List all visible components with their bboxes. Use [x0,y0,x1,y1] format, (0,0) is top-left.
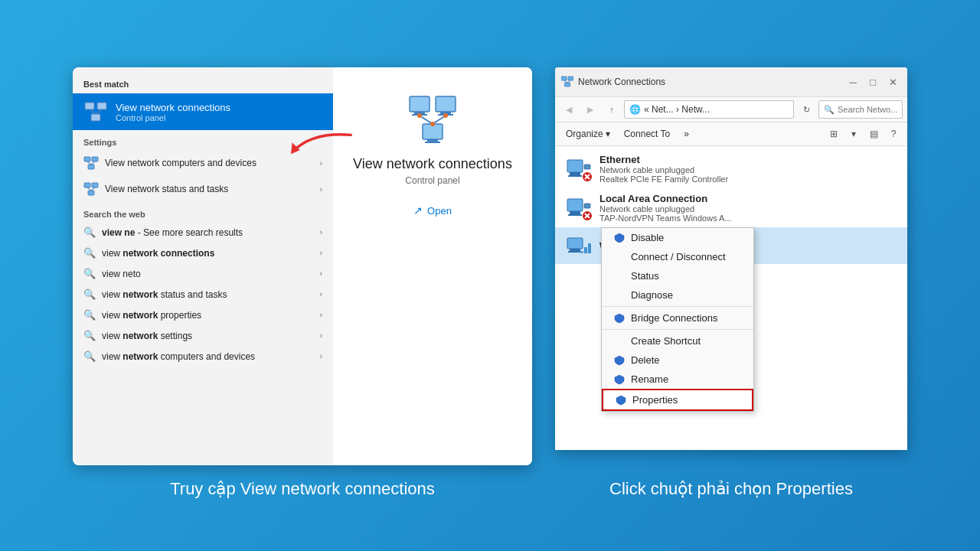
web-item-6[interactable]: 🔍 view network computers and devices › [73,346,333,367]
conn-item-ethernet[interactable]: Ethernet Network cable unplugged Realtek… [555,149,907,188]
svg-rect-37 [568,175,582,177]
help-button[interactable]: ? [884,125,903,143]
up-button[interactable]: ↑ [603,100,621,119]
svg-rect-24 [425,142,440,143]
connect-to-label: Connect To [624,129,671,139]
web-item-2[interactable]: 🔍 view neto › [73,263,333,284]
address-path[interactable]: 🌐 « Net... › Netw... [624,100,794,119]
ctx-status[interactable]: Status [602,266,753,285]
ctx-shortcut-label: Create Shortcut [631,335,701,347]
maximize-button[interactable]: □ [864,73,881,90]
conn-status-ethernet: Network cable unplugged [599,165,728,174]
svg-point-29 [430,122,435,126]
web-item-text-1: view network connections [102,248,214,259]
settings-item-status[interactable]: View network status and tasks › [73,176,333,202]
svg-line-26 [433,116,446,124]
back-button[interactable]: ◀ [560,100,578,119]
window-titlebar: Network Connections ─ □ ✕ [555,67,907,97]
computers-icon [83,155,99,171]
open-button[interactable]: ↗ Open [413,201,452,220]
ctx-properties-label: Properties [632,394,678,406]
best-match-subtitle: Control panel [116,113,230,122]
ctx-properties[interactable]: Properties [602,389,753,411]
search-box[interactable]: 🔍 [818,100,903,119]
web-item-text-5: view network settings [102,331,192,341]
svg-rect-0 [85,103,94,109]
web-item-4[interactable]: 🔍 view network properties › [73,305,333,325]
ctx-delete[interactable]: Delete [602,350,753,370]
ctx-bridge-label: Bridge Connections [631,312,717,324]
svg-rect-43 [570,211,580,214]
svg-line-9 [91,161,95,165]
ctx-diagnose[interactable]: Diagnose [602,285,753,305]
ctx-rename[interactable]: Rename [602,370,753,389]
svg-rect-51 [568,251,582,253]
minimize-button[interactable]: ─ [844,73,861,90]
refresh-button[interactable]: ↻ [797,100,815,119]
titlebar-controls: ─ □ ✕ [844,73,901,90]
svg-rect-5 [84,157,90,161]
best-match-text: View network connections Control panel [116,102,230,122]
more-button[interactable]: » [678,126,695,142]
conn-name-local: Local Area Connection [599,193,732,204]
search-input[interactable] [838,105,899,114]
labels-row: Truy cập View network connections Click … [0,465,980,499]
help-icon: ? [891,129,897,139]
svg-line-8 [87,161,91,165]
svg-rect-35 [567,160,583,172]
ctx-connect-disconnect[interactable]: Connect / Disconnect [602,247,753,266]
best-match-title: View network connections [116,102,230,113]
status-icon [83,181,99,197]
view-options-button[interactable]: ⊞ [825,125,843,143]
web-item-text-2: view neto [102,269,141,279]
best-match-item[interactable]: View network connections Control panel [73,93,333,130]
svg-rect-55 [580,251,583,253]
svg-line-4 [96,109,102,114]
local-area-icon [564,194,592,222]
shield-icon-properties [616,395,626,406]
conn-item-wifi[interactable]: Wi-Fi 2 Disable Connect / Disconnect [555,227,907,264]
ctx-diagnose-label: Diagnose [631,289,673,301]
svg-point-28 [443,113,448,118]
svg-marker-15 [291,142,300,154]
view-dropdown-button[interactable]: ▾ [844,125,863,143]
search-icon-6: 🔍 [83,350,96,362]
ctx-shortcut[interactable]: Create Shortcut [602,331,753,350]
close-button[interactable]: ✕ [884,73,901,90]
search-icon: 🔍 [824,105,835,115]
web-item-5[interactable]: 🔍 view network settings › [73,325,333,346]
conn-driver-ethernet: Realtek PCIe FE Family Controller [599,174,728,184]
conn-driver-local: TAP-NordVPN Teams Windows A... [599,214,732,223]
left-panel: Best match View network connections Cont… [73,67,532,465]
svg-line-14 [91,187,95,191]
network-connections-icon [83,99,108,124]
search-left: Best match View network connections Cont… [73,67,333,465]
ctx-connect-label: Connect / Disconnect [631,251,726,262]
address-text: « Net... › Netw... [644,104,710,115]
best-match-label: Best match [73,77,333,93]
forward-button[interactable]: ▶ [581,100,599,119]
ctx-status-label: Status [631,270,659,282]
conn-item-local[interactable]: Local Area Connection Network cable unpl… [555,188,907,227]
connect-to-button[interactable]: Connect To [618,126,677,142]
svg-rect-45 [584,204,590,208]
ctx-rename-label: Rename [631,373,668,385]
web-item-text-3: view network status and tasks [102,289,227,300]
svg-rect-16 [410,96,430,112]
organize-button[interactable]: Organize ▾ [560,126,616,142]
ctx-disable[interactable]: Disable [602,228,753,247]
preview-pane-button[interactable]: ▤ [864,125,883,143]
search-right: View network connections Control panel ↗… [333,67,532,465]
web-item-1[interactable]: 🔍 view network connections › [73,243,333,263]
web-item-arrow-6: › [320,352,322,360]
organize-label: Organize [566,129,603,139]
ctx-bridge[interactable]: Bridge Connections [602,308,753,328]
svg-rect-32 [565,83,570,86]
svg-rect-12 [88,191,94,195]
wifi-icon [564,232,592,259]
shield-icon-delete [614,355,625,366]
ethernet-icon [564,155,592,183]
chevron-right-icon-2: › [320,185,322,194]
web-item-0[interactable]: 🔍 view ne - See more search results › [73,222,333,243]
web-item-3[interactable]: 🔍 view network status and tasks › [73,284,333,305]
